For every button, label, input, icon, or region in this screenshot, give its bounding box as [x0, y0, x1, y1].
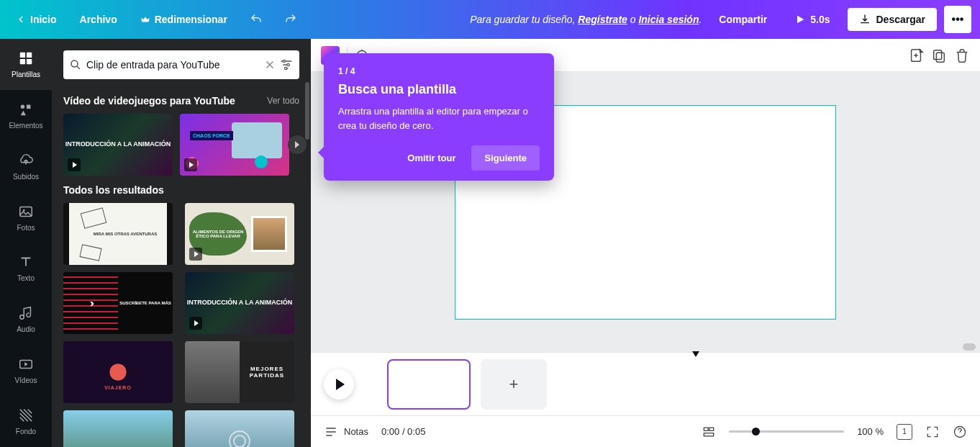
nav-elements[interactable]: Elementos — [0, 90, 52, 141]
svg-point-10 — [283, 60, 285, 62]
search-box[interactable] — [63, 50, 299, 79]
nav-uploads[interactable]: Subidos — [0, 141, 52, 192]
popover-title: Busca una plantilla — [338, 82, 540, 97]
background-icon — [18, 407, 34, 423]
more-button[interactable]: ••• — [944, 6, 971, 33]
template-thumb[interactable]: CHAOS FORCE — [180, 114, 289, 176]
svg-rect-0 — [20, 53, 25, 58]
redo-button[interactable] — [278, 6, 304, 32]
search-icon — [69, 58, 82, 71]
time-display: 0:00 / 0:05 — [381, 426, 425, 437]
register-link[interactable]: Regístrate — [578, 14, 627, 25]
template-thumb[interactable] — [63, 410, 173, 447]
playhead-marker[interactable] — [692, 351, 699, 357]
onboarding-popover: 1 / 4 Busca una plantilla Arrastra una p… — [324, 53, 554, 181]
photos-icon — [18, 204, 34, 220]
download-label: Descargar — [876, 14, 926, 25]
play-button[interactable] — [324, 369, 354, 399]
nav-background[interactable]: Fondo — [0, 396, 52, 447]
svg-point-11 — [287, 63, 289, 66]
popover-step: 1 / 4 — [338, 66, 540, 76]
see-all-link[interactable]: Ver todo — [267, 96, 299, 106]
timeline: + — [311, 352, 980, 415]
template-thumb[interactable]: MEJORES PARTIDAS — [185, 341, 294, 403]
svg-rect-3 — [27, 59, 32, 64]
svg-rect-19 — [709, 428, 714, 430]
play-badge-icon — [189, 248, 202, 261]
notes-icon — [324, 425, 338, 439]
svg-rect-16 — [934, 50, 942, 59]
popover-desc: Arrastra una plantilla al editor para em… — [338, 104, 540, 132]
editor-footer: Notas 0:00 / 0:05 100 % 1 — [311, 415, 980, 447]
fullscreen-icon[interactable] — [925, 425, 940, 439]
login-link[interactable]: Inicia sesión — [638, 14, 699, 25]
download-button[interactable]: Descargar — [848, 8, 938, 31]
page-indicator[interactable]: 1 — [897, 424, 912, 440]
duplicate-icon[interactable] — [931, 48, 947, 63]
share-button[interactable]: Compartir — [709, 8, 777, 31]
download-icon — [859, 14, 871, 25]
preview-button[interactable]: 5.0s — [784, 8, 840, 31]
resize-label: Redimensionar — [155, 14, 227, 25]
play-badge-icon — [68, 158, 81, 171]
help-icon[interactable] — [953, 425, 967, 439]
undo-button[interactable] — [243, 6, 269, 32]
file-menu[interactable]: Archivo — [73, 8, 124, 31]
cloud-upload-icon — [18, 153, 34, 168]
section-title-videogames: Vídeo de videojuegos para YouTube — [63, 95, 235, 107]
template-thumb[interactable]: VIAJERO — [63, 341, 173, 403]
play-badge-icon — [189, 317, 202, 330]
clear-icon[interactable] — [263, 58, 276, 71]
svg-rect-17 — [936, 53, 944, 62]
template-thumb[interactable]: MIRA MIS OTRAS AVENTURAS — [63, 203, 173, 265]
add-page-icon[interactable] — [908, 48, 924, 63]
nav-videos[interactable]: Vídeos — [0, 345, 52, 396]
svg-rect-2 — [20, 59, 25, 64]
side-nav: Plantillas Elementos Subidos Fotos Texto… — [0, 39, 52, 447]
grid-view-icon[interactable] — [702, 425, 716, 439]
add-frame-button[interactable]: + — [481, 359, 547, 410]
timeline-frame[interactable] — [387, 359, 471, 410]
panel-scrollbar[interactable] — [305, 82, 309, 140]
skip-tour-button[interactable]: Omitir tour — [397, 145, 466, 171]
undo-icon — [250, 13, 263, 26]
trash-icon[interactable] — [954, 48, 970, 63]
template-thumb[interactable] — [185, 410, 294, 447]
section-title-all: Todos los resultados — [63, 184, 164, 196]
svg-point-4 — [21, 104, 25, 109]
template-thumb[interactable]: ››› SUSCRÍBETE PARA MÁS — [63, 272, 173, 334]
nav-photos[interactable]: Fotos — [0, 192, 52, 243]
svg-rect-5 — [27, 104, 30, 109]
resize-button[interactable]: Redimensionar — [133, 8, 235, 31]
svg-rect-18 — [704, 428, 708, 430]
zoom-value[interactable]: 100 % — [857, 426, 884, 437]
nav-audio[interactable]: Audio — [0, 294, 52, 345]
search-input[interactable] — [82, 59, 263, 71]
nav-text[interactable]: Texto — [0, 243, 52, 294]
crown-icon — [140, 14, 150, 24]
next-step-button[interactable]: Siguiente — [471, 145, 540, 171]
horizontal-scrollbar[interactable] — [963, 343, 976, 351]
templates-panel: Vídeo de videojuegos para YouTube Ver to… — [52, 39, 311, 447]
zoom-slider[interactable] — [729, 430, 844, 433]
notes-button[interactable]: Notas — [324, 425, 368, 439]
app-header: Inicio Archivo Redimensionar Para guarda… — [0, 0, 980, 39]
elements-icon — [18, 101, 34, 117]
home-button[interactable]: Inicio — [9, 8, 64, 31]
file-label: Archivo — [80, 14, 117, 25]
save-prompt: Para guardar tu diseño, Regístrate o Ini… — [470, 14, 702, 25]
svg-rect-20 — [704, 433, 713, 435]
nav-templates[interactable]: Plantillas — [0, 39, 52, 90]
header-right: Para guardar tu diseño, Regístrate o Ini… — [470, 6, 971, 33]
zoom-knob[interactable] — [752, 428, 760, 435]
scroll-right-button[interactable] — [288, 135, 307, 154]
text-icon — [18, 254, 34, 270]
templates-icon — [18, 50, 34, 66]
play-badge-icon — [184, 158, 197, 171]
home-label: Inicio — [30, 14, 57, 25]
filter-icon[interactable] — [279, 58, 294, 72]
template-thumb[interactable]: ALIMENTOS DE ORIGEN ÉTICO PARA LLEVAR — [185, 203, 294, 265]
template-thumb[interactable]: INTRODUCCIÓN A LA ANIMACIÓN — [63, 114, 173, 176]
template-thumb[interactable]: INTRODUCCIÓN A LA ANIMACIÓN — [185, 272, 294, 334]
redo-icon — [284, 13, 297, 26]
